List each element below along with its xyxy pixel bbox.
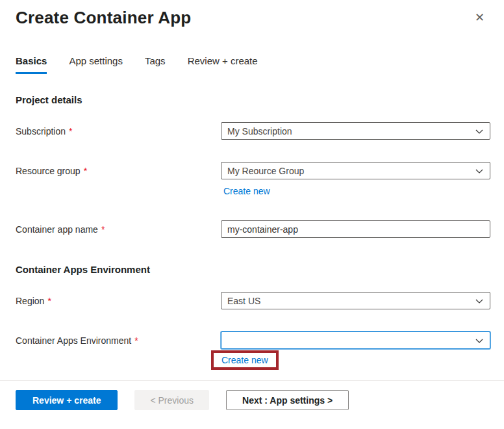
tab-review-create[interactable]: Review + create xyxy=(188,55,258,74)
subscription-label-text: Subscription xyxy=(16,126,66,136)
chevron-down-icon xyxy=(475,296,484,306)
resource-group-value: My Reource Group xyxy=(227,166,304,176)
tab-basics[interactable]: Basics xyxy=(16,55,47,74)
close-icon[interactable]: ✕ xyxy=(472,9,487,26)
tab-app-settings[interactable]: App settings xyxy=(69,55,123,74)
create-new-resource-group-link[interactable]: Create new xyxy=(221,186,270,196)
required-asterisk: * xyxy=(101,224,105,235)
create-new-environment-link[interactable]: Create new xyxy=(221,355,268,365)
field-row-container-app-name: Container app name* xyxy=(16,220,488,238)
page-title: Create Container App xyxy=(16,8,488,28)
environment-label: Container Apps Environment* xyxy=(16,335,221,346)
region-label-text: Region xyxy=(16,296,44,306)
required-asterisk: * xyxy=(47,296,51,306)
container-app-name-label-text: Container app name xyxy=(16,224,98,235)
resource-group-label: Resource group* xyxy=(16,166,221,176)
footer-divider xyxy=(0,380,504,381)
previous-button[interactable]: < Previous xyxy=(134,390,209,410)
region-dropdown[interactable]: East US xyxy=(221,292,490,309)
tab-bar: Basics App settings Tags Review + create xyxy=(0,55,504,74)
environment-heading: Container Apps Environment xyxy=(16,264,488,275)
environment-create-new-row: Create new xyxy=(221,350,488,370)
required-asterisk: * xyxy=(84,166,87,176)
tab-tags[interactable]: Tags xyxy=(145,55,166,74)
annotation-highlight-box: Create new xyxy=(211,350,279,370)
resource-group-label-text: Resource group xyxy=(16,166,81,176)
field-row-subscription: Subscription* My Subscription xyxy=(16,122,488,140)
environment-dropdown[interactable] xyxy=(221,332,490,349)
subscription-value: My Subscription xyxy=(227,126,292,136)
subscription-dropdown[interactable]: My Subscription xyxy=(221,122,490,140)
review-create-button[interactable]: Review + create xyxy=(16,390,118,410)
region-value: East US xyxy=(227,296,260,306)
create-container-app-dialog: Create Container App ✕ Basics App settin… xyxy=(0,0,504,429)
required-asterisk: * xyxy=(134,335,138,346)
field-row-resource-group: Resource group* My Reource Group xyxy=(16,162,488,179)
resource-group-dropdown[interactable]: My Reource Group xyxy=(221,162,490,179)
field-row-environment: Container Apps Environment* xyxy=(16,332,488,349)
container-app-name-label: Container app name* xyxy=(16,224,221,235)
subscription-label: Subscription* xyxy=(16,126,221,136)
chevron-down-icon xyxy=(475,166,484,176)
required-asterisk: * xyxy=(69,126,72,136)
footer-button-bar: Review + create < Previous Next : App se… xyxy=(16,390,349,410)
dialog-header: Create Container App ✕ xyxy=(0,0,504,28)
chevron-down-icon xyxy=(475,127,484,136)
next-app-settings-button[interactable]: Next : App settings > xyxy=(226,390,349,410)
environment-label-text: Container Apps Environment xyxy=(16,335,131,346)
chevron-down-icon xyxy=(475,336,484,345)
field-row-region: Region* East US xyxy=(16,292,488,309)
container-app-name-input[interactable] xyxy=(221,220,490,238)
project-details-heading: Project details xyxy=(16,94,488,105)
resource-group-create-new-row: Create new xyxy=(221,185,488,197)
region-label: Region* xyxy=(16,296,221,306)
